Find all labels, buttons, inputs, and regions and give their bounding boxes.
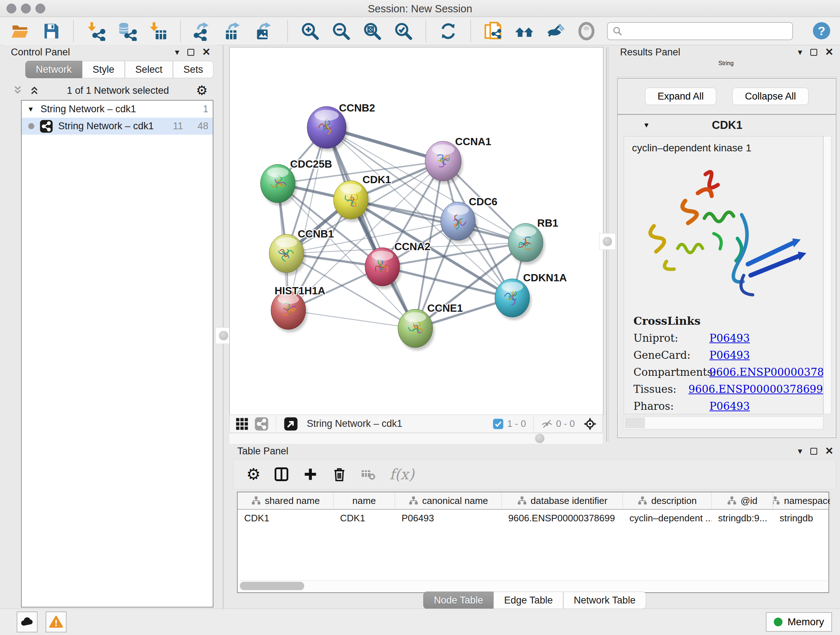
crosslink-row: Pharos:P06493 [633, 400, 823, 412]
delete-table-button[interactable] [360, 466, 376, 482]
zoom-fit-button[interactable] [362, 20, 383, 42]
network-canvas[interactable]: CCNB2CCNA1CDC25BCDK1CDC6RB1CCNB1CCNA2CDK… [229, 47, 603, 415]
double-chevron-up-icon [29, 85, 40, 96]
control-panel-close-button[interactable]: ✕ [202, 47, 210, 57]
export-network-button[interactable] [193, 20, 213, 42]
column-header-canonical-name[interactable]: canonical name [395, 492, 502, 509]
control-panel-float-button[interactable] [187, 49, 194, 56]
table-horizontal-scrollbar[interactable] [238, 580, 828, 592]
crosslink-value-link[interactable]: P06493 [709, 400, 750, 412]
selected-checkbox-icon[interactable] [492, 418, 504, 430]
import-table-from-file-button[interactable] [148, 20, 169, 42]
help-button[interactable]: ? [812, 21, 831, 41]
table-panel-close-button[interactable]: ✕ [825, 446, 834, 456]
collapse-all-button[interactable]: Collapse All [732, 88, 808, 105]
control-panel-tabs: NetworkStyleSelectSets [25, 61, 213, 78]
tab-node-table[interactable]: Node Table [423, 592, 493, 609]
column-header-name[interactable]: name [333, 492, 395, 509]
zoom-selected-button[interactable] [393, 20, 414, 42]
search-input[interactable] [627, 25, 788, 37]
tab-edge-table[interactable]: Edge Table [493, 592, 563, 609]
graph-edge-CCNB2-CCNE1[interactable] [327, 127, 415, 328]
column-header-namespace[interactable]: namespace [773, 492, 830, 509]
table-panel-collapse-button[interactable]: ▾ [798, 447, 802, 455]
zoom-out-button[interactable] [331, 20, 352, 42]
network-tree: ▼ String Network – cdk1 1 String Network… [21, 100, 213, 608]
show-all-button[interactable] [514, 20, 535, 42]
graph-node-CDC25B[interactable] [261, 165, 297, 206]
cloud-button[interactable] [17, 611, 38, 632]
graph-node-CCNE1[interactable] [398, 309, 434, 350]
crosslink-value-link[interactable]: 9606.ENSP00000378699 [688, 383, 823, 395]
results-panel-float-button[interactable] [810, 49, 817, 56]
tab-network[interactable]: Network [25, 61, 82, 78]
crosslink-value-link[interactable]: P06493 [709, 332, 750, 344]
graph-node-CDK1[interactable] [333, 181, 370, 222]
results-horizontal-scrollbar[interactable] [624, 416, 823, 429]
gene-expander-icon[interactable]: ▼ [642, 121, 651, 129]
import-network-from-database-button[interactable] [117, 20, 137, 42]
column-header-label: namespace [784, 495, 830, 507]
network-graph[interactable]: CCNB2CCNA1CDC25BCDK1CDC6RB1CCNB1CCNA2CDK… [230, 48, 602, 414]
network-collection-row[interactable]: ▼ String Network – cdk1 1 [22, 101, 213, 118]
control-panel-collapse-button[interactable]: ▾ [175, 48, 179, 57]
expand-all-networks-button[interactable] [29, 85, 40, 97]
results-panel-collapse-button[interactable]: ▾ [798, 48, 802, 57]
export-table-button[interactable] [224, 20, 245, 42]
tab-string[interactable]: String [718, 60, 734, 77]
table-cell: cyclin–dependent ... [623, 510, 712, 526]
crosslink-value-link[interactable]: 9606.ENSP00000378699 [709, 366, 823, 378]
column-header-@id[interactable]: @id [712, 492, 773, 509]
graph-node-CDKN1A[interactable] [495, 279, 531, 320]
network-status-dot [28, 123, 34, 129]
column-header-database-identifier[interactable]: database identifier [502, 492, 623, 509]
column-header-shared-name[interactable]: shared name [238, 492, 333, 509]
collection-expander-icon[interactable]: ▼ [26, 105, 35, 113]
expand-all-button[interactable]: Expand All [645, 88, 717, 105]
warning-icon [49, 614, 64, 630]
detach-view-button[interactable] [284, 417, 298, 431]
zoom-in-button[interactable] [300, 20, 321, 42]
hidden-eye-icon [541, 418, 553, 430]
grid-view-button[interactable] [235, 417, 249, 431]
duplicate-network-button[interactable] [483, 20, 504, 42]
show-columns-button[interactable] [273, 466, 289, 482]
graph-node-CCNA1[interactable] [425, 141, 463, 184]
crosslink-value-link[interactable]: P06493 [709, 349, 750, 361]
graph-node-RB1[interactable] [508, 223, 545, 264]
network-view-button[interactable] [254, 417, 269, 431]
network-row[interactable]: String Network – cdk1 11 48 [22, 118, 213, 135]
collapse-all-networks-button[interactable] [12, 85, 23, 97]
tab-sets[interactable]: Sets [173, 61, 213, 78]
memory-button[interactable]: Memory [766, 612, 832, 632]
table-scrollbar-thumb[interactable] [240, 582, 304, 590]
table-panel-float-button[interactable] [810, 448, 817, 455]
toggle-birds-eye-button[interactable] [576, 20, 597, 42]
save-session-button[interactable] [41, 20, 62, 42]
table-options-gear-icon[interactable]: ⚙ [246, 466, 261, 482]
memory-label: Memory [788, 616, 824, 628]
tab-style[interactable]: Style [82, 61, 125, 78]
import-network-from-file-button[interactable] [85, 20, 106, 42]
graph-node-CCNA2[interactable] [365, 248, 401, 289]
tab-network-table[interactable]: Network Table [563, 592, 646, 609]
refresh-layout-button[interactable] [438, 20, 459, 42]
open-session-button[interactable] [9, 20, 30, 42]
birds-eye-toggle-button[interactable] [583, 417, 597, 431]
crosshair-icon [583, 417, 597, 431]
application-window: Session: New Session ? Control Panel ▾ ✕ [0, 0, 840, 635]
results-panel-close-button[interactable]: ✕ [825, 47, 834, 57]
warnings-button[interactable] [46, 611, 66, 632]
create-column-button[interactable] [302, 466, 318, 482]
column-header-description[interactable]: description [623, 492, 712, 509]
show-all-icon [515, 21, 534, 41]
results-vertical-scrollbar[interactable] [823, 136, 831, 414]
hide-selected-button[interactable] [545, 20, 566, 42]
table-row[interactable]: CDK1CDK1P064939606.ENSP00000378699cyclin… [238, 510, 829, 526]
export-image-button[interactable] [255, 20, 276, 42]
network-list-options-gear-icon[interactable]: ⚙ [196, 84, 208, 97]
graph-node-label-CCNE1: CCNE1 [427, 302, 463, 314]
tab-select[interactable]: Select [125, 61, 173, 78]
function-builder-icon[interactable]: f(x) [389, 466, 414, 483]
delete-column-button[interactable] [332, 466, 347, 482]
